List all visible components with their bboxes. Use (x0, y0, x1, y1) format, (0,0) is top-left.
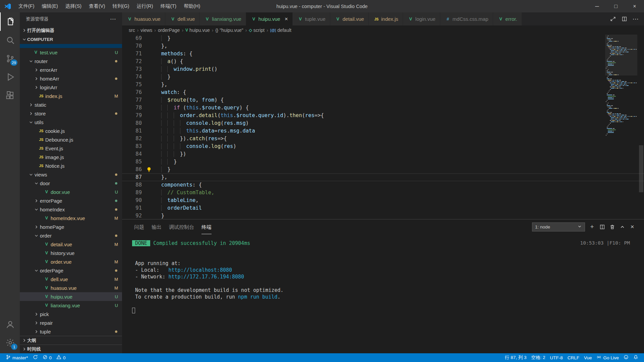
minimap[interactable] (605, 35, 637, 219)
tree-item-Notice.js[interactable]: JSNotice.js (20, 161, 122, 170)
split-editor-icon[interactable] (619, 14, 629, 24)
tab-huipu.vue[interactable]: Vhuipu.vue× (246, 12, 293, 25)
tree-item-order.vue[interactable]: Vorder.vueM (20, 257, 122, 266)
code-line-72[interactable]: 72 a() { (122, 58, 644, 65)
panel-tab-debug-console[interactable]: 调试控制台 (169, 219, 194, 234)
account-icon[interactable] (0, 315, 20, 333)
tree-item-door.vue[interactable]: Vdoor.vueU (20, 188, 122, 196)
more-actions-icon[interactable]: ⋯ (631, 14, 641, 24)
code-line-74[interactable]: 74 } (122, 73, 644, 81)
code-line-83[interactable]: 83 console.log(res) (122, 143, 644, 150)
tree-item-homeIndex[interactable]: homeIndex (20, 205, 122, 214)
code-line-76[interactable]: 76 watch: { (122, 89, 644, 96)
terminal[interactable]: DONE Compiled successfully in 20904ms Ap… (122, 234, 644, 353)
tree-item-utils[interactable]: utils (20, 118, 122, 126)
code-line-89[interactable]: 89 // CustomTable, (122, 189, 644, 197)
status-feedback[interactable] (621, 353, 631, 362)
tree-item-Event.js[interactable]: JSEvent.js (20, 144, 122, 153)
tab-huasuo.vue[interactable]: Vhuasuo.vue (122, 12, 165, 25)
status-sync[interactable] (31, 353, 40, 362)
tab-lianxiang.vue[interactable]: Vlianxiang.vue (199, 12, 246, 25)
tree-item-loginArr[interactable]: loginArr (20, 83, 122, 92)
minimap-slider[interactable] (605, 35, 637, 75)
tree-item-order[interactable]: order (20, 231, 122, 240)
tree-item-repair[interactable]: repair (20, 318, 122, 327)
tab-mdCss.css.map[interactable]: #mdCss.css.map (440, 12, 493, 25)
tree-item-door[interactable]: door (20, 179, 122, 188)
tree-item-pick[interactable]: pick (20, 310, 122, 318)
tree-item-router[interactable]: router (20, 57, 122, 65)
tree-item-errorPage[interactable]: errorPage (20, 196, 122, 205)
tree-item-homeIndex.vue[interactable]: VhomeIndex.vueM (20, 214, 122, 222)
tree-item-test.vue[interactable]: Vtest.vueU (20, 48, 122, 57)
tab-index.js[interactable]: JSindex.js (369, 12, 403, 25)
code-line-78[interactable]: 78 if (this.$route.query) { (122, 104, 644, 112)
code-line-70[interactable]: 70 }, (122, 42, 644, 50)
code-line-75[interactable]: 75 }, (122, 81, 644, 89)
status-空格: 2[interactable]: 空格: 2 (529, 353, 547, 362)
status-UTF-8[interactable]: UTF-8 (547, 353, 565, 362)
breadcrumb-item[interactable]: ◇script (248, 28, 266, 33)
menu-item[interactable]: 文件(F) (15, 0, 38, 12)
code-line-86[interactable]: 86 } (122, 166, 644, 173)
panel-tab-output[interactable]: 输出 (152, 219, 162, 234)
run-debug-icon[interactable] (0, 68, 20, 86)
section-open-editors[interactable]: 打开的编辑器 (20, 26, 122, 35)
code-line-79[interactable]: 79 order.detail(this.$route.query.id).th… (122, 112, 644, 119)
new-terminal-icon[interactable]: + (587, 222, 597, 231)
code-line-77[interactable]: 77 $route(to, from) { (122, 96, 644, 104)
section-outline[interactable]: 大纲 (20, 336, 122, 345)
status-Vue[interactable]: Vue (582, 353, 594, 362)
tree-item-static[interactable]: static (20, 100, 122, 109)
compare-changes-icon[interactable] (608, 14, 618, 24)
code-line-85[interactable]: 85 } (122, 158, 644, 166)
tree-item-huipu.vue[interactable]: Vhuipu.vueU (20, 292, 122, 301)
breadcrumb-item[interactable]: orderPage (157, 28, 180, 33)
tab-detail.vue[interactable]: Vdetail.vue (330, 12, 369, 25)
tree-item-store[interactable]: store (20, 109, 122, 118)
more-actions-icon[interactable]: ⋯ (110, 15, 116, 23)
code-line-81[interactable]: 81 this.data=res.msg.data (122, 127, 644, 135)
tree-item-homeArr[interactable]: homeArr (20, 74, 122, 83)
code-line-92[interactable]: 92 } (122, 212, 644, 219)
code-line-91[interactable]: 91 orderDetail (122, 204, 644, 212)
menu-item[interactable]: 选择(S) (62, 0, 85, 12)
menu-item[interactable]: 运行(R) (133, 0, 157, 12)
panel-tab-terminal[interactable]: 终端 (201, 219, 212, 234)
breadcrumb-item[interactable]: [@]default (270, 28, 292, 33)
tree-item-views[interactable]: views (20, 170, 122, 179)
code-editor[interactable]: 69 }70 },71 methods: {72 a() {73 window.… (122, 35, 644, 219)
close-button[interactable]: × (625, 0, 644, 12)
tree-item-orderPage[interactable]: orderPage (20, 266, 122, 275)
tree-item-detail.vue[interactable]: Vdetail.vueM (20, 240, 122, 249)
settings-icon[interactable]: 1 (0, 333, 20, 352)
tree-item-errorArr[interactable]: errorArr (20, 65, 122, 74)
tree-item-cookie.js[interactable]: JScookie.js (20, 126, 122, 135)
code-line-88[interactable]: 88 components: { (122, 181, 644, 189)
tab-tuple.vue[interactable]: Vtuple.vue (293, 12, 330, 25)
status-broadcast[interactable]: Go Live (594, 353, 621, 362)
menu-item[interactable]: 编辑(E) (38, 0, 62, 12)
menu-item[interactable]: 转到(G) (109, 0, 133, 12)
explorer-icon[interactable] (0, 12, 20, 31)
terminal-selector[interactable]: 1: node (532, 222, 585, 231)
close-tab-icon[interactable]: × (285, 16, 288, 22)
tree-item-Debounce.js[interactable]: JSDebounce.js (20, 135, 122, 144)
status-CRLF[interactable]: CRLF (565, 353, 582, 362)
extensions-icon[interactable] (0, 86, 20, 105)
maximize-button[interactable]: □ (606, 0, 625, 12)
code-line-84[interactable]: 84 }) (122, 150, 644, 158)
status-branch[interactable]: master* (3, 353, 31, 362)
status-warning[interactable]: 0 (54, 353, 68, 362)
code-line-90[interactable]: 90 tableLine, (122, 197, 644, 204)
section-workspace[interactable]: COMPUTER (20, 35, 122, 44)
tree-item-lianxiang.vue[interactable]: Vlianxiang.vueU (20, 301, 122, 310)
breadcrumb-item[interactable]: {}"huipu.vue" (215, 28, 244, 33)
source-control-icon[interactable]: 29 (0, 49, 20, 68)
menu-item[interactable]: 帮助(H) (180, 0, 204, 12)
search-icon[interactable] (0, 31, 20, 49)
kill-terminal-icon[interactable] (607, 222, 617, 231)
breadcrumb-item[interactable]: src (128, 28, 136, 33)
split-terminal-icon[interactable] (597, 222, 607, 231)
tree-item-huasuo.vue[interactable]: Vhuasuo.vueM (20, 283, 122, 292)
